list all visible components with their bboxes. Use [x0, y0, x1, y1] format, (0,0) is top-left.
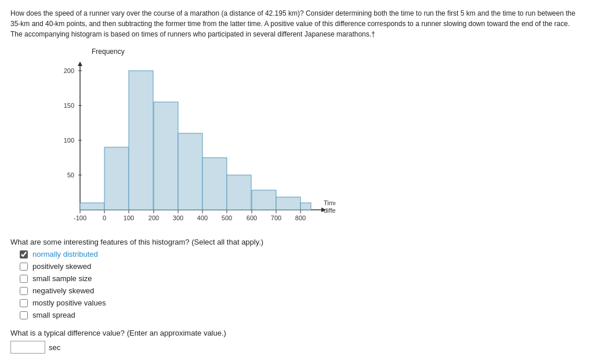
- svg-text:100: 100: [124, 214, 134, 221]
- bar-800-900: [300, 203, 311, 210]
- checkbox-normally-distributed[interactable]: [20, 250, 28, 259]
- option-small-spread[interactable]: small spread: [20, 311, 584, 319]
- svg-marker-1: [78, 61, 82, 66]
- option-label-normally-distributed: normally distributed: [32, 250, 98, 259]
- option-negatively-skewed[interactable]: negatively skewed: [20, 286, 584, 295]
- svg-text:200: 200: [64, 67, 74, 74]
- svg-text:150: 150: [64, 102, 74, 109]
- question1-section: What are some interesting features of th…: [10, 238, 584, 319]
- option-label-small-sample-size: small sample size: [32, 274, 92, 283]
- chart-area: Frequency 50 100 150 20: [34, 48, 584, 232]
- bar-0-100: [104, 147, 129, 210]
- bar-300-400: [178, 133, 202, 210]
- svg-text:difference: difference: [324, 207, 335, 214]
- checkbox-mostly-positive[interactable]: [20, 299, 28, 307]
- bar-700-800: [276, 197, 300, 210]
- bar-200-300: [154, 102, 178, 210]
- sec-label: sec: [49, 343, 60, 352]
- option-label-small-spread: small spread: [32, 311, 75, 319]
- chart-title: Frequency: [92, 48, 584, 56]
- svg-text:100: 100: [64, 137, 74, 144]
- intro-text: How does the speed of a runner vary over…: [10, 8, 584, 39]
- bar-600-700: [252, 190, 276, 210]
- question1-text: What are some interesting features of th…: [10, 238, 584, 246]
- checkbox-group: normally distributed positively skewed s…: [20, 250, 584, 319]
- question2-section: What is a typical difference value? (Ent…: [10, 329, 584, 354]
- option-mostly-positive[interactable]: mostly positive values: [20, 299, 584, 307]
- chart-container: 50 100 150 200 -100 0 100: [34, 58, 335, 232]
- checkbox-small-sample-size[interactable]: [20, 275, 28, 283]
- checkbox-positively-skewed[interactable]: [20, 263, 28, 271]
- bar-neg100-0: [80, 203, 104, 210]
- svg-text:700: 700: [271, 214, 281, 221]
- svg-text:Time: Time: [324, 199, 335, 206]
- svg-text:200: 200: [148, 214, 159, 221]
- svg-text:0: 0: [103, 214, 106, 221]
- svg-text:600: 600: [247, 214, 257, 221]
- histogram-svg: 50 100 150 200 -100 0 100: [34, 58, 335, 232]
- option-label-mostly-positive: mostly positive values: [32, 299, 106, 307]
- svg-text:300: 300: [173, 214, 183, 221]
- option-small-sample-size[interactable]: small sample size: [20, 274, 584, 283]
- question2-input[interactable]: [10, 341, 45, 354]
- svg-text:500: 500: [222, 214, 232, 221]
- checkbox-negatively-skewed[interactable]: [20, 287, 28, 295]
- svg-text:50: 50: [67, 172, 74, 179]
- checkbox-small-spread[interactable]: [20, 311, 28, 319]
- option-label-negatively-skewed: negatively skewed: [32, 286, 94, 295]
- question2-input-row: sec: [10, 341, 584, 354]
- option-normally-distributed[interactable]: normally distributed: [20, 250, 584, 259]
- option-positively-skewed[interactable]: positively skewed: [20, 262, 584, 271]
- svg-text:400: 400: [197, 214, 208, 221]
- bar-100-200: [129, 71, 153, 210]
- svg-text:-100: -100: [74, 214, 86, 221]
- bar-400-500: [202, 158, 227, 210]
- bar-500-600: [227, 175, 251, 210]
- question2-text: What is a typical difference value? (Ent…: [10, 329, 584, 337]
- svg-text:800: 800: [295, 214, 306, 221]
- option-label-positively-skewed: positively skewed: [32, 262, 91, 271]
